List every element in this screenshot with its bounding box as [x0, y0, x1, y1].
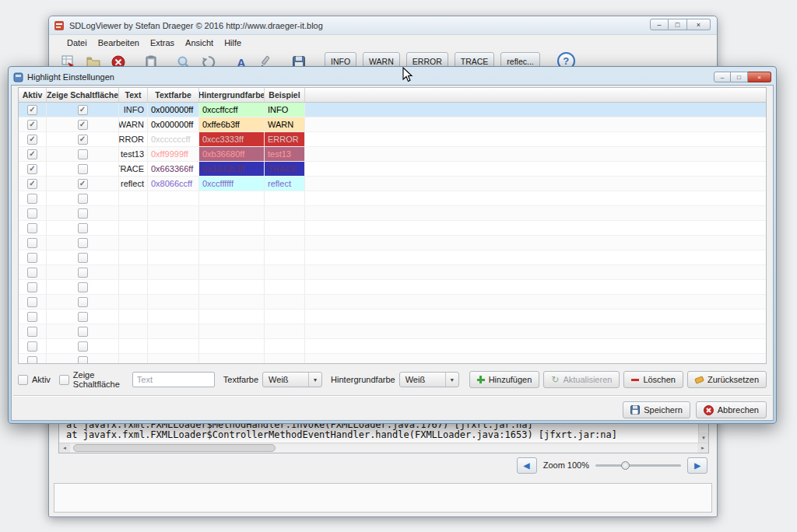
row-checkbox[interactable] [27, 312, 37, 322]
dialog-minimize-button[interactable]: – [714, 72, 731, 82]
row-checkbox[interactable] [78, 120, 88, 130]
cancel-button[interactable]: Abbrechen [696, 401, 767, 418]
row-checkbox[interactable] [78, 253, 88, 263]
menu-datei[interactable]: Datei [61, 37, 93, 49]
table-row[interactable] [19, 265, 766, 280]
aktiv-checkbox[interactable] [18, 375, 28, 385]
horizontal-scrollbar[interactable]: ◄ ► [59, 443, 708, 453]
table-row[interactable] [19, 310, 766, 324]
row-checkbox[interactable] [78, 282, 88, 292]
dialog-maximize-button[interactable]: □ [731, 72, 748, 82]
row-checkbox[interactable] [27, 135, 37, 145]
table-row[interactable]: INFO0x000000ff0xccffccffINFO [19, 103, 766, 117]
close-button[interactable]: × [687, 19, 711, 30]
update-button[interactable]: ↻ Aktualisieren [543, 371, 620, 388]
table-row[interactable] [19, 206, 766, 221]
table-row[interactable] [19, 191, 766, 206]
zoom-slider-handle[interactable] [621, 461, 630, 470]
highlight-table[interactable]: AktivZeige SchaltflächeTextTextfarbeHint… [18, 87, 767, 364]
menu-ansicht[interactable]: Ansicht [180, 37, 219, 49]
dialog-titlebar[interactable]: Highlight Einstellungen – □ × [11, 69, 774, 85]
zoom-prev-button[interactable]: ◀ [517, 457, 537, 474]
row-checkbox[interactable] [78, 164, 88, 174]
row-checkbox[interactable] [27, 297, 37, 307]
reset-button[interactable]: Zurücksetzen [687, 371, 767, 388]
menu-hilfe[interactable]: Hilfe [219, 37, 247, 49]
row-checkbox[interactable] [27, 120, 37, 130]
row-checkbox[interactable] [78, 312, 88, 322]
column-header-bg[interactable]: Hintergrundfarbe [199, 88, 265, 102]
table-row[interactable]: reflect0x8066ccff0xccffffffreflect [19, 177, 766, 191]
row-checkbox[interactable] [27, 223, 37, 233]
row-checkbox[interactable] [78, 356, 88, 365]
row-checkbox[interactable] [27, 268, 37, 278]
row-checkbox[interactable] [78, 268, 88, 278]
row-checkbox[interactable] [27, 356, 37, 365]
row-checkbox[interactable] [27, 149, 37, 159]
row-checkbox[interactable] [27, 208, 37, 219]
row-checkbox[interactable] [27, 341, 37, 352]
table-row[interactable] [19, 324, 766, 339]
cell-text [119, 236, 148, 250]
menu-bearbeiten[interactable]: Bearbeiten [93, 37, 145, 49]
row-checkbox[interactable] [27, 179, 37, 189]
scroll-right-icon[interactable]: ► [697, 443, 708, 453]
row-checkbox[interactable] [27, 327, 37, 337]
hintergrundfarbe-select[interactable]: Weiß ▾ [399, 372, 459, 387]
row-checkbox[interactable] [27, 253, 37, 263]
row-checkbox[interactable] [78, 149, 88, 159]
table-row[interactable] [19, 354, 766, 364]
row-checkbox[interactable] [78, 223, 88, 233]
add-button[interactable]: Hinzufügen [469, 371, 540, 388]
table-row[interactable]: ERROR0xccccccff0xcc3333ffERROR [19, 132, 766, 147]
row-checkbox[interactable] [27, 164, 37, 174]
row-checkbox[interactable] [78, 327, 88, 337]
detail-panel[interactable] [54, 483, 712, 513]
row-checkbox[interactable] [27, 238, 37, 248]
row-checkbox[interactable] [78, 297, 88, 307]
column-header-beispiel[interactable]: Beispiel [265, 88, 305, 102]
table-row[interactable] [19, 221, 766, 236]
zeige-schaltflaeche-checkbox[interactable] [59, 375, 69, 385]
row-checkbox[interactable] [27, 194, 37, 204]
menu-extras[interactable]: Extras [145, 37, 180, 49]
scroll-down-icon[interactable]: ▼ [699, 432, 708, 443]
delete-button[interactable]: Löschen [623, 371, 683, 388]
row-checkbox[interactable] [78, 105, 88, 115]
row-checkbox[interactable] [27, 105, 37, 115]
table-row[interactable] [19, 295, 766, 310]
scroll-left-icon[interactable]: ◄ [59, 443, 70, 453]
scrollbar-track[interactable] [70, 443, 697, 453]
minimize-button[interactable]: – [650, 19, 669, 30]
row-checkbox[interactable] [78, 135, 88, 145]
row-checkbox[interactable] [78, 208, 88, 219]
row-checkbox[interactable] [78, 341, 88, 352]
table-row[interactable] [19, 280, 766, 295]
table-row[interactable] [19, 339, 766, 354]
scrollbar-thumb[interactable] [73, 444, 276, 452]
column-header-text[interactable]: Text [119, 88, 148, 102]
table-row[interactable]: test130xff9999ff0xb36680fftest13 [19, 147, 766, 162]
column-header-aktiv[interactable]: Aktiv [19, 88, 47, 102]
row-checkbox[interactable] [78, 238, 88, 248]
column-header-textfarbe[interactable]: Textfarbe [148, 88, 199, 102]
row-checkbox[interactable] [27, 282, 37, 292]
table-row[interactable] [19, 236, 766, 250]
text-input[interactable] [132, 372, 215, 387]
maximize-button[interactable]: □ [669, 19, 687, 30]
cancel-button-label: Abbrechen [718, 405, 759, 415]
main-titlebar[interactable]: SDLogViewer by Stefan Draeger © 2016 htt… [49, 16, 717, 35]
textfarbe-select[interactable]: Weiß ▾ [262, 372, 322, 387]
zoom-slider[interactable] [595, 459, 681, 471]
cell-beispiel: WARN [265, 117, 305, 131]
table-row[interactable]: TRACE0x663366ff0x3333b3ffTRACE [19, 162, 766, 177]
cell-textfarbe [148, 221, 199, 235]
row-checkbox[interactable] [78, 194, 88, 204]
zoom-next-button[interactable]: ▶ [687, 457, 707, 474]
table-row[interactable]: WARN0x000000ff0xffe6b3ffWARN [19, 117, 766, 132]
table-row[interactable] [19, 250, 766, 265]
dialog-close-button[interactable]: × [748, 72, 771, 82]
save-button[interactable]: Speichern [623, 401, 690, 418]
column-header-zeige[interactable]: Zeige Schaltfläche [47, 88, 119, 102]
row-checkbox[interactable] [78, 179, 88, 189]
